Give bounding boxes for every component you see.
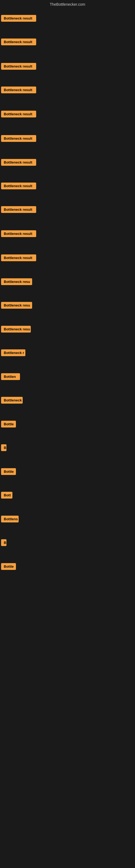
badge-label-17: Bottleneck: [1, 397, 23, 404]
bottleneck-badge-21[interactable]: Bott: [1, 492, 12, 500]
bottleneck-badge-15[interactable]: Bottleneck r: [1, 349, 26, 357]
badge-label-7: Bottleneck result: [1, 159, 36, 166]
badge-label-18: Bottle: [1, 421, 16, 428]
bottleneck-badge-4[interactable]: Bottleneck result: [1, 87, 36, 94]
bottleneck-badge-7[interactable]: Bottleneck result: [1, 159, 36, 167]
badge-label-6: Bottleneck result: [1, 135, 36, 142]
badges-container: Bottleneck resultBottleneck resultBottle…: [0, 8, 135, 865]
badge-label-14: Bottleneck resu: [1, 326, 31, 333]
bottleneck-badge-12[interactable]: Bottleneck resu: [1, 278, 32, 286]
badge-label-11: Bottleneck result: [1, 254, 36, 261]
bottleneck-badge-20[interactable]: Bottle: [1, 468, 16, 476]
bottleneck-badge-1[interactable]: Bottleneck result: [1, 15, 36, 23]
badge-label-2: Bottleneck result: [1, 38, 36, 45]
badge-label-9: Bottleneck result: [1, 206, 36, 213]
bottleneck-badge-3[interactable]: Bottleneck result: [1, 63, 36, 71]
badge-label-16: Bottlen: [1, 373, 20, 380]
badge-label-21: Bott: [1, 492, 12, 499]
bottleneck-badge-10[interactable]: Bottleneck result: [1, 230, 36, 238]
bottleneck-badge-23[interactable]: B: [1, 539, 6, 547]
site-title-container: TheBottlenecker.com: [0, 0, 135, 8]
bottleneck-badge-14[interactable]: Bottleneck resu: [1, 326, 31, 334]
bottleneck-badge-5[interactable]: Bottleneck result: [1, 111, 36, 119]
bottleneck-badge-11[interactable]: Bottleneck result: [1, 254, 36, 262]
badge-label-8: Bottleneck result: [1, 183, 36, 189]
badge-label-24: Bottle: [1, 563, 16, 570]
badge-label-4: Bottleneck result: [1, 87, 36, 93]
site-title: TheBottlenecker.com: [0, 0, 135, 8]
badge-label-20: Bottle: [1, 468, 16, 475]
bottleneck-badge-13[interactable]: Bottleneck resu: [1, 302, 32, 310]
bottleneck-badge-18[interactable]: Bottle: [1, 421, 16, 429]
bottleneck-badge-2[interactable]: Bottleneck result: [1, 38, 36, 46]
bottleneck-badge-16[interactable]: Bottlen: [1, 373, 20, 381]
badge-label-5: Bottleneck result: [1, 111, 36, 118]
badge-label-19: B: [1, 444, 6, 451]
badge-label-15: Bottleneck r: [1, 349, 26, 356]
badge-label-22: Bottlens: [1, 516, 18, 522]
badge-label-23: B: [1, 539, 6, 546]
badge-label-12: Bottleneck resu: [1, 278, 32, 285]
bottleneck-badge-22[interactable]: Bottlens: [1, 516, 18, 524]
badge-label-3: Bottleneck result: [1, 63, 36, 70]
bottleneck-badge-24[interactable]: Bottle: [1, 563, 16, 571]
bottleneck-badge-6[interactable]: Bottleneck result: [1, 135, 36, 143]
badge-label-13: Bottleneck resu: [1, 302, 32, 309]
bottleneck-badge-19[interactable]: B: [1, 444, 6, 452]
bottleneck-badge-9[interactable]: Bottleneck result: [1, 206, 36, 214]
badge-label-1: Bottleneck result: [1, 15, 36, 22]
bottleneck-badge-8[interactable]: Bottleneck result: [1, 183, 36, 190]
bottleneck-badge-17[interactable]: Bottleneck: [1, 397, 23, 405]
badge-label-10: Bottleneck result: [1, 230, 36, 237]
